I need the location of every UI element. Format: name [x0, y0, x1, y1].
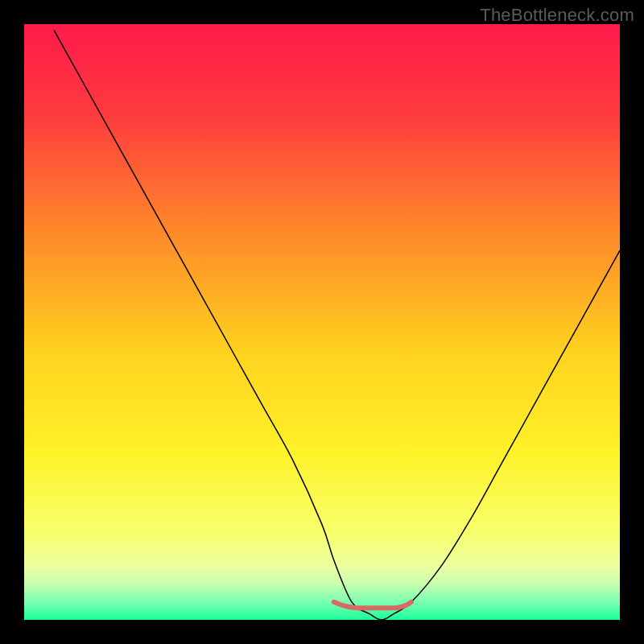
chart-frame: TheBottleneck.com: [0, 0, 644, 644]
plot-background: [24, 24, 620, 620]
bottleneck-chart: [0, 0, 644, 644]
watermark-text: TheBottleneck.com: [480, 5, 634, 26]
